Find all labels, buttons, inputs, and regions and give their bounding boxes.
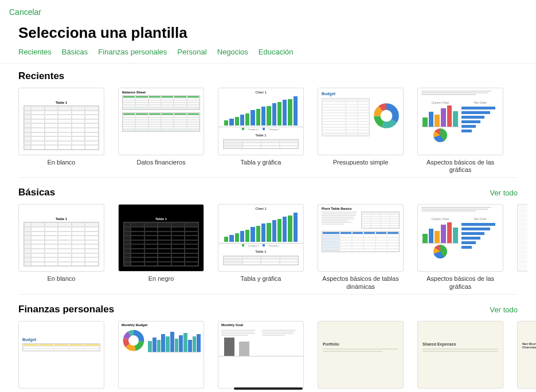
- tab-personal[interactable]: Personal: [177, 48, 206, 56]
- template-table-chart-2[interactable]: Chart 1 Category 1 Category 2 Table 1: [218, 204, 304, 290]
- mini-bar-chart: [218, 94, 303, 127]
- template-simple-budget[interactable]: Budget: [318, 88, 404, 174]
- tab-basic[interactable]: Básicas: [62, 48, 88, 56]
- section-title-pf: Finanzas personales: [18, 304, 114, 315]
- tab-business[interactable]: Negocios: [217, 48, 248, 56]
- template-label: Tabla y gráfica: [218, 155, 304, 171]
- template-portfolio[interactable]: Portfolio: [318, 321, 404, 389]
- tab-recent[interactable]: Recientes: [18, 48, 52, 56]
- thumb-portfolio: Portfolio: [318, 321, 404, 389]
- section-personal-finance: Finanzas personales Ver todo Budget: [0, 297, 536, 392]
- home-indicator: [234, 387, 303, 390]
- mini-bar-chart: [148, 328, 201, 352]
- template-chart-basics[interactable]: Column Chart: [417, 88, 503, 174]
- see-all-pf[interactable]: Ver todo: [490, 305, 518, 314]
- mini-title: Net Worth: Overview: [518, 338, 536, 350]
- mini-title: Budget: [318, 88, 403, 98]
- tab-personal-finance[interactable]: Finanzas personales: [98, 48, 167, 56]
- cancel-button[interactable]: Cancelar: [9, 7, 41, 17]
- mini-title: Chart 1: [218, 88, 303, 94]
- mini-title: Monthly Budget: [119, 322, 204, 328]
- mini-title: Budget: [22, 338, 100, 343]
- mini-hbar-chart: [461, 104, 499, 132]
- template-shared-expenses[interactable]: Shared Expenses: [417, 321, 503, 389]
- template-pf-budget[interactable]: Budget: [18, 321, 104, 389]
- template-monthly-goal[interactable]: Monthly Goal: [218, 321, 304, 389]
- mini-pie-chart: [433, 128, 447, 142]
- template-table-chart[interactable]: Chart 1 Category 1 Category 2 Table 1: [218, 88, 304, 174]
- mini-title: Chart 1: [218, 205, 303, 210]
- thumb-net-worth: Net Worth: Overview: [517, 321, 536, 389]
- mini-title: Pivot Table Basics: [318, 205, 403, 211]
- mini-donut-chart: [122, 328, 146, 352]
- template-label: Aspectos básicos de las gráficas: [417, 155, 503, 174]
- template-chart-basics-2[interactable]: Column Chart: [417, 204, 503, 290]
- template-blank-2[interactable]: Table 1: [18, 204, 104, 290]
- page-title: Selecciona una plantilla: [0, 19, 536, 48]
- template-label: Tabla y gráfica: [218, 272, 304, 288]
- mini-title: Table 1: [123, 217, 199, 221]
- tab-education[interactable]: Educación: [259, 48, 294, 56]
- template-net-worth[interactable]: Net Worth: Overview: [517, 321, 536, 389]
- template-black[interactable]: Table 1: [118, 204, 204, 290]
- section-title-recent: Recientes: [18, 70, 64, 82]
- mini-bar-chart: [218, 337, 303, 356]
- template-label: En blanco: [18, 155, 104, 171]
- template-pivot-basics[interactable]: Pivot Table Basics: [318, 204, 404, 290]
- template-label: Presupuesto simple: [318, 155, 404, 171]
- mini-title: Shared Expenses: [418, 338, 503, 347]
- template-financial-data[interactable]: Balance Sheet: [118, 88, 204, 174]
- template-label: Aspectos básicos de tablas dinámicas: [318, 272, 404, 290]
- mini-title: Portfolio: [318, 338, 403, 347]
- thumb-chart-basics: Column Chart: [417, 204, 503, 272]
- thumb-black: Table 1: [118, 204, 204, 272]
- mini-title: Balance Sheet: [119, 88, 204, 95]
- thumb-simple-budget: Budget: [318, 88, 404, 155]
- mini-title: Table 1: [24, 217, 99, 221]
- thumb-financial: Balance Sheet: [118, 88, 204, 155]
- thumb-table-chart: Chart 1 Category 1 Category 2 Table 1: [218, 88, 304, 155]
- mini-title: Monthly Goal: [218, 322, 303, 328]
- template-peek-next[interactable]: [517, 204, 527, 272]
- see-all-basic[interactable]: Ver todo: [490, 189, 518, 197]
- template-label: Datos financieros: [118, 155, 204, 171]
- category-tabs: Recientes Básicas Finanzas personales Pe…: [0, 48, 536, 64]
- thumb-pf-budget: Budget: [18, 321, 104, 389]
- thumb-chart-basics: Column Chart: [417, 88, 503, 155]
- section-title-basic: Básicas: [18, 187, 55, 198]
- thumb-blank: Table 1: [18, 204, 104, 272]
- template-monthly-budget[interactable]: Monthly Budget: [118, 321, 204, 389]
- thumb-blank: Table 1: [18, 88, 104, 155]
- section-basic: Básicas Ver todo Table 1: [0, 180, 536, 296]
- thumb-monthly-goal: Monthly Goal: [218, 321, 304, 389]
- mini-title: Table 1: [218, 248, 303, 253]
- template-blank[interactable]: Table 1: [18, 88, 104, 174]
- mini-title: Table 1: [218, 131, 303, 137]
- template-scroller[interactable]: Recientes Table 1: [0, 64, 536, 392]
- thumb-table-chart: Chart 1 Category 1 Category 2 Table 1: [218, 204, 304, 272]
- thumb-shared-expenses: Shared Expenses: [417, 321, 503, 389]
- template-label: En negro: [118, 272, 204, 288]
- template-label: Aspectos básicos de las gráficas: [417, 272, 503, 290]
- mini-column-chart: [421, 104, 459, 127]
- section-recent: Recientes Table 1: [0, 64, 536, 180]
- mini-donut-chart: [373, 103, 400, 129]
- mini-title: Table 1: [24, 101, 99, 104]
- thumb-pivot: Pivot Table Basics: [318, 204, 404, 272]
- template-label: En blanco: [18, 272, 104, 288]
- thumb-monthly-budget: Monthly Budget: [118, 321, 204, 389]
